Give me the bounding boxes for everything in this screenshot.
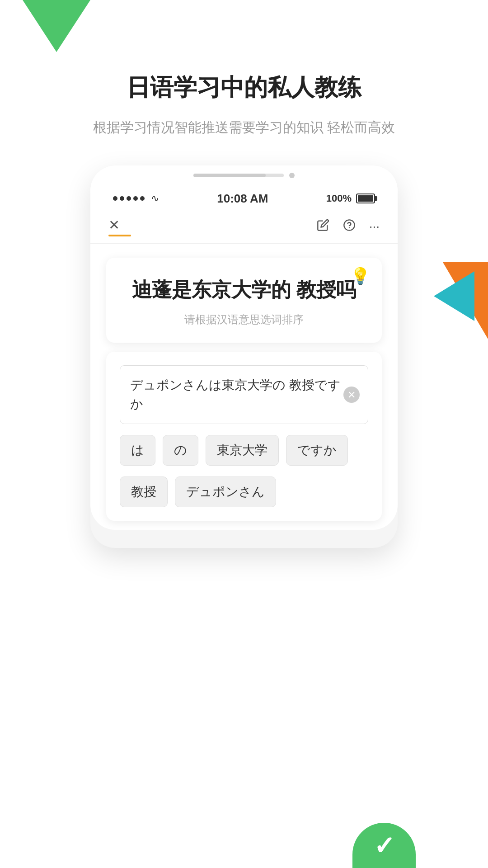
word-chips-container: は の 東京大学 ですか bbox=[120, 435, 368, 466]
signal-dot bbox=[120, 196, 124, 201]
word-chip-desuka[interactable]: ですか bbox=[286, 435, 348, 466]
page-subtitle: 根据学习情况智能推送需要学习的知识 轻松而高效 bbox=[0, 117, 488, 138]
phone-screen: ∿ 10:08 AM 100% ✕ bbox=[90, 165, 398, 530]
app-toolbar: ✕ ··· bbox=[90, 210, 398, 244]
signal-dot bbox=[140, 196, 145, 201]
answer-text: デュポンさんは東京大学の 教授ですか bbox=[130, 378, 341, 411]
answer-card: デュポンさんは東京大学の 教授ですか ✕ は の 東京大学 ですか bbox=[106, 352, 382, 521]
top-triangle-decoration bbox=[23, 0, 90, 52]
close-button-area[interactable]: ✕ bbox=[108, 217, 131, 236]
progress-dot bbox=[289, 173, 295, 178]
wifi-icon: ∿ bbox=[151, 193, 159, 204]
signal-dot bbox=[133, 196, 138, 201]
question-hint: 请根据汉语意思选词排序 bbox=[124, 312, 364, 327]
word-chip-tokyo-daigaku[interactable]: 東京大学 bbox=[206, 435, 279, 466]
signal-dot bbox=[127, 196, 131, 201]
toolbar-icons: ··· bbox=[317, 219, 380, 235]
progress-track bbox=[193, 174, 284, 177]
word-chip-kyoju[interactable]: 教授 bbox=[120, 476, 168, 507]
battery-icon bbox=[356, 193, 375, 203]
progress-bar-area bbox=[90, 165, 398, 178]
word-chips-row-2: 教授 デュポンさん bbox=[120, 476, 368, 507]
status-right: 100% bbox=[326, 193, 375, 204]
clear-answer-button[interactable]: ✕ bbox=[343, 387, 360, 403]
status-time: 10:08 AM bbox=[217, 192, 268, 206]
question-text: 迪蓬是东京大学的 教授吗 bbox=[124, 276, 364, 304]
battery-percentage: 100% bbox=[326, 193, 352, 204]
hint-bulb-icon: 💡 bbox=[350, 267, 371, 286]
word-chip-dupon[interactable]: デュポンさん bbox=[175, 476, 276, 507]
teal-triangle bbox=[434, 271, 474, 321]
right-triangle-decoration bbox=[434, 262, 488, 344]
status-left: ∿ bbox=[113, 193, 159, 204]
help-icon[interactable] bbox=[343, 219, 356, 235]
word-chip-no[interactable]: の bbox=[163, 435, 198, 466]
close-underline bbox=[108, 235, 131, 236]
progress-fill bbox=[193, 174, 266, 177]
more-icon[interactable]: ··· bbox=[369, 219, 380, 234]
answer-input-box[interactable]: デュポンさんは東京大学の 教授ですか ✕ bbox=[120, 365, 368, 424]
signal-dot bbox=[113, 196, 117, 201]
word-chip-ha[interactable]: は bbox=[120, 435, 155, 466]
status-bar: ∿ 10:08 AM 100% bbox=[90, 178, 398, 210]
signal-indicator bbox=[113, 196, 145, 201]
edit-icon[interactable] bbox=[317, 219, 329, 235]
bottom-check-decoration bbox=[352, 823, 416, 868]
close-icon[interactable]: ✕ bbox=[108, 217, 131, 233]
clear-icon: ✕ bbox=[347, 387, 356, 402]
page-title: 日语学习中的私人教练 bbox=[0, 72, 488, 103]
question-card: 💡 迪蓬是东京大学的 教授吗 请根据汉语意思选词排序 bbox=[106, 258, 382, 343]
phone-mockup: ∿ 10:08 AM 100% ✕ bbox=[90, 165, 398, 548]
